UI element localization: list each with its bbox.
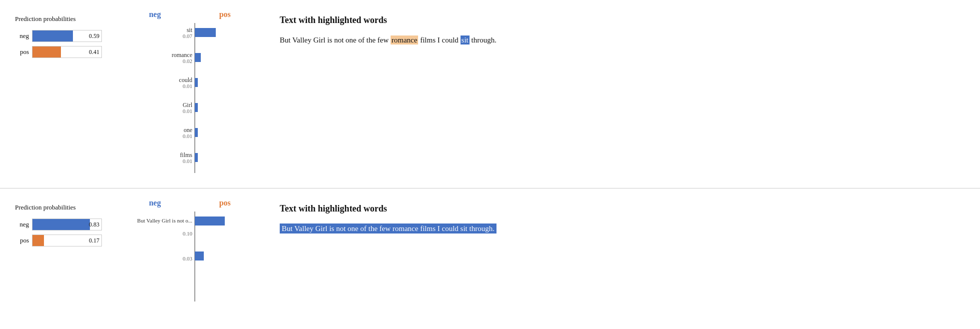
- text-section-2: Text with highlighted words But Valley G…: [265, 198, 975, 329]
- svg-text:0.03: 0.03: [183, 256, 193, 262]
- chart-area-2: But Valley Girl is not o... 0.10 0.03: [120, 212, 260, 312]
- svg-text:one: one: [184, 126, 192, 134]
- svg-text:0.07: 0.07: [183, 33, 193, 39]
- probs-title-1: Prediction probabilities: [15, 15, 105, 23]
- text-normal-1: But Valley Girl is not one of the few: [280, 36, 391, 44]
- probs-section-1: Prediction probabilities neg 0.59 pos 0.…: [5, 10, 115, 178]
- chart-pos-label-2: pos: [219, 198, 231, 208]
- bar-fill-neg-1: [32, 30, 73, 42]
- chart-pos-label-1: pos: [219, 10, 231, 19]
- svg-rect-6: [195, 53, 201, 62]
- bar-label-neg-1: neg: [15, 32, 29, 40]
- text-title-2: Text with highlighted words: [280, 204, 960, 214]
- chart-svg-2: But Valley Girl is not o... 0.10 0.03: [120, 212, 250, 312]
- chart-title-row-2: neg pos: [120, 198, 260, 208]
- bar-fill-pos-1: [32, 46, 61, 58]
- svg-text:0.02: 0.02: [183, 58, 192, 64]
- chart-section-1: neg pos sit 0.07 romance 0.02 could 0.01: [115, 10, 265, 178]
- text-normal-2: films I could: [418, 36, 460, 44]
- chart-area-1: sit 0.07 romance 0.02 could 0.01 Girl 0.…: [120, 23, 260, 178]
- text-highlight-romance: romance: [391, 36, 419, 44]
- chart-neg-label-2: neg: [149, 198, 161, 208]
- text-highlight-full: But Valley Girl is not one of the few ro…: [280, 224, 496, 234]
- svg-text:could: could: [179, 76, 192, 84]
- svg-text:0.01: 0.01: [183, 83, 192, 89]
- svg-text:films: films: [180, 152, 192, 158]
- panel-1: Prediction probabilities neg 0.59 pos 0.…: [0, 0, 980, 188]
- chart-section-2: neg pos But Valley Girl is not o... 0.10…: [115, 198, 265, 329]
- text-highlight-sit: sit: [461, 36, 470, 44]
- probs-section-2: Prediction probabilities neg 0.83 pos 0.…: [5, 198, 115, 329]
- svg-text:0.01: 0.01: [183, 158, 192, 164]
- bar-row-neg-1: neg 0.59: [15, 30, 105, 42]
- text-normal-3: through.: [470, 36, 496, 44]
- bar-value-pos-1: 0.41: [89, 48, 99, 56]
- bar-fill-neg-2: [32, 219, 90, 230]
- text-content-1: But Valley Girl is not one of the few ro…: [280, 34, 960, 47]
- bar-container-pos-2: 0.17: [32, 234, 102, 246]
- svg-text:romance: romance: [172, 52, 192, 58]
- text-title-1: Text with highlighted words: [280, 15, 960, 26]
- bar-container-neg-1: 0.59: [32, 30, 102, 42]
- panel-2: Prediction probabilities neg 0.83 pos 0.…: [0, 188, 980, 329]
- bar-row-neg-2: neg 0.83: [15, 218, 105, 230]
- bar-label-pos-2: pos: [15, 236, 29, 244]
- svg-text:But Valley Girl is not o...: But Valley Girl is not o...: [137, 218, 193, 224]
- svg-rect-21: [195, 216, 225, 226]
- text-content-2: But Valley Girl is not one of the few ro…: [280, 222, 960, 236]
- bar-row-pos-1: pos 0.41: [15, 46, 105, 58]
- bar-value-pos-2: 0.17: [89, 237, 99, 244]
- chart-svg-1: sit 0.07 romance 0.02 could 0.01 Girl 0.…: [120, 23, 250, 178]
- svg-text:0.01: 0.01: [183, 133, 192, 139]
- bar-label-neg-2: neg: [15, 220, 29, 228]
- bar-fill-pos-2: [32, 235, 44, 246]
- text-section-1: Text with highlighted words But Valley G…: [265, 10, 975, 178]
- probs-title-2: Prediction probabilities: [15, 204, 105, 212]
- svg-rect-18: [195, 153, 198, 162]
- bar-value-neg-2: 0.83: [89, 221, 99, 228]
- svg-text:0.01: 0.01: [183, 108, 192, 114]
- svg-rect-12: [195, 103, 198, 112]
- chart-title-row-1: neg pos: [120, 10, 260, 19]
- svg-rect-3: [195, 28, 216, 37]
- chart-neg-label-1: neg: [149, 10, 161, 19]
- bar-label-pos-1: pos: [15, 48, 29, 56]
- bar-container-neg-2: 0.83: [32, 218, 102, 230]
- bar-container-pos-1: 0.41: [32, 46, 102, 58]
- svg-text:Girl: Girl: [183, 102, 193, 108]
- svg-text:0.10: 0.10: [183, 230, 193, 236]
- svg-rect-15: [195, 128, 198, 137]
- svg-rect-23: [195, 252, 204, 260]
- svg-rect-9: [195, 78, 198, 87]
- bar-row-pos-2: pos 0.17: [15, 234, 105, 246]
- svg-text:sit: sit: [187, 26, 193, 34]
- bar-value-neg-1: 0.59: [89, 32, 99, 40]
